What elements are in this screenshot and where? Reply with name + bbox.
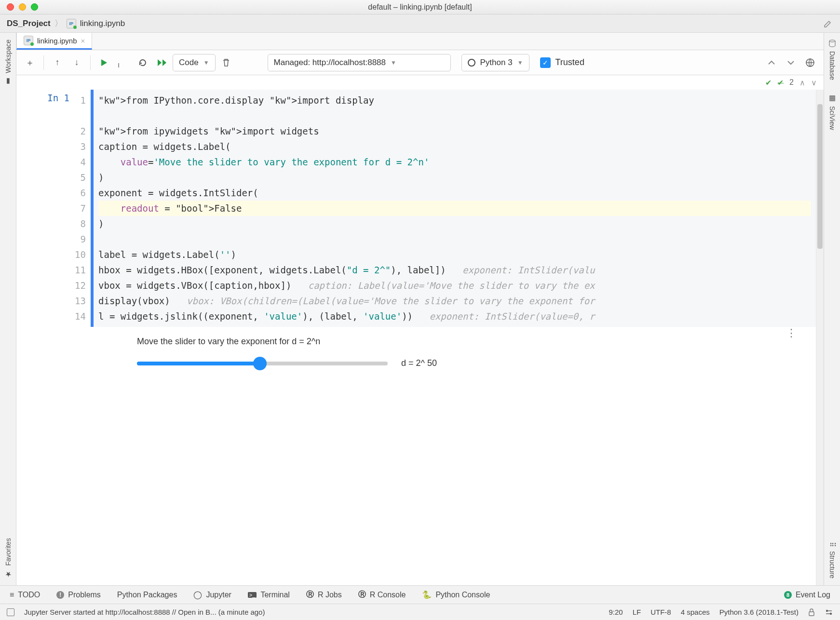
interpreter[interactable]: Python 3.6 (2018.1-Test) — [719, 608, 799, 616]
ide-settings-icon[interactable] — [825, 608, 833, 617]
status-message: Jupyter Server started at http://localho… — [24, 608, 265, 616]
r-jobs-tab[interactable]: ⓇR Jobs — [306, 590, 342, 600]
list-icon: ≡ — [10, 591, 14, 599]
line-gutter: 1 234567891011121314 — [69, 90, 91, 327]
next-highlight-icon[interactable]: ∨ — [811, 78, 817, 87]
expand-up-button[interactable] — [763, 54, 780, 71]
sciview-tool-tab[interactable]: ▦ SciView — [826, 87, 839, 137]
move-down-button[interactable]: ↓ — [68, 54, 85, 71]
info-icon: ! — [56, 591, 64, 599]
python-console-tab[interactable]: 🐍Python Console — [422, 590, 490, 599]
check-icon: ✓ — [540, 57, 551, 68]
browser-icon[interactable] — [801, 54, 819, 71]
svg-rect-2 — [809, 612, 814, 616]
chevron-down-icon: ▼ — [517, 59, 523, 66]
star-icon: ★ — [4, 570, 13, 579]
database-icon — [828, 40, 836, 47]
tab-label: linking.ipynb — [37, 37, 77, 45]
delete-cell-button[interactable] — [217, 54, 235, 71]
file-encoding[interactable]: UTF-8 — [650, 608, 671, 616]
python-icon: 🐍 — [422, 590, 432, 599]
workspace-tool-tab[interactable]: ▮ Workspace — [2, 33, 14, 93]
notebook-toolbar: ＋ ↑ ↓ I Code ▼ Managed: — [16, 50, 824, 75]
svg-point-3 — [826, 609, 828, 611]
restart-button[interactable] — [134, 54, 151, 71]
expand-down-button[interactable] — [782, 54, 799, 71]
slider-thumb[interactable] — [253, 357, 267, 370]
breadcrumb-file[interactable]: linking.ipynb — [80, 19, 125, 28]
inspection-count: 2 — [789, 78, 794, 87]
favorites-label: Favorites — [4, 538, 12, 566]
output-menu-icon[interactable]: ⋮ — [786, 327, 797, 339]
jupyter-icon: ◯ — [193, 590, 202, 599]
status-bar: Jupyter Server started at http://localho… — [0, 604, 840, 620]
edit-config-icon[interactable] — [823, 18, 833, 29]
line-separator[interactable]: LF — [633, 608, 641, 616]
breadcrumb-project[interactable]: DS_Project — [7, 19, 51, 28]
tab-linking-ipynb[interactable]: IP linking.ipynb × — [16, 32, 92, 50]
database-label: Database — [828, 51, 836, 80]
workspace-label: Workspace — [4, 40, 12, 73]
r-console-tab[interactable]: ⓇR Console — [358, 590, 406, 600]
chevron-right-icon: 〉 — [54, 18, 63, 29]
server-select[interactable]: Managed: http://localhost:8888 ▼ — [268, 54, 451, 71]
structure-label: Structure — [828, 551, 836, 579]
terminal-icon: >_ — [248, 592, 257, 598]
chevron-down-icon: ▼ — [203, 59, 209, 66]
output-slider-row: d = 2^ 50 — [137, 358, 787, 368]
lock-icon[interactable] — [808, 608, 815, 616]
cursor-position[interactable]: 9:20 — [609, 608, 623, 616]
prev-highlight-icon[interactable]: ∧ — [799, 78, 805, 87]
add-cell-button[interactable]: ＋ — [21, 54, 39, 71]
cell-output: ⋮ Move the slider to vary the exponent f… — [16, 327, 816, 373]
jupyter-tab[interactable]: ◯Jupyter — [193, 590, 231, 599]
run-cursor-icon: I — [110, 57, 127, 74]
close-tab-icon[interactable]: × — [81, 37, 85, 45]
trusted-toggle[interactable]: ✓ Trusted — [540, 57, 584, 68]
output-caption: Move the slider to vary the exponent for… — [137, 337, 787, 347]
structure-tool-tab[interactable]: ⠿ Structure — [826, 535, 839, 585]
database-tool-tab[interactable]: Database — [826, 33, 838, 87]
favorites-tool-tab[interactable]: ★ Favorites — [2, 531, 14, 585]
server-label: Managed: http://localhost:8888 — [274, 58, 386, 67]
tool-window-icon[interactable] — [7, 608, 14, 616]
breadcrumb: DS_Project 〉 IP linking.ipynb — [0, 14, 840, 33]
structure-icon: ⠿ — [828, 542, 837, 547]
problems-tab[interactable]: !Problems — [56, 591, 101, 599]
folder-icon: ▮ — [4, 77, 13, 86]
trusted-label: Trusted — [555, 57, 584, 67]
notebook-body: In 1 1 234567891011121314 "kw">from IPyt… — [16, 90, 816, 585]
cell-type-select[interactable]: Code ▼ — [173, 54, 216, 71]
editor-area: IP linking.ipynb × ＋ ↑ ↓ I Code ▼ — [16, 33, 824, 585]
inspection-strip: ✔ ✔ 2 ∧ ∨ — [16, 75, 824, 90]
bottom-tool-tabs: ≡TODO !Problems Python Packages ◯Jupyter… — [0, 585, 840, 604]
right-tool-strip: Database ▦ SciView ⠿ Structure — [824, 33, 840, 585]
jupyter-file-icon: IP — [24, 36, 33, 45]
kernel-status-icon — [468, 59, 475, 67]
event-log-tab[interactable]: 8Event Log — [784, 591, 830, 599]
window-title: default – linking.ipynb [default] — [0, 3, 840, 12]
svg-point-1 — [829, 40, 835, 42]
cell-prompt: In 1 — [36, 90, 69, 327]
code-cell[interactable]: In 1 1 234567891011121314 "kw">from IPyt… — [16, 90, 816, 327]
r-icon: Ⓡ — [358, 590, 366, 600]
cell-type-label: Code — [179, 58, 199, 67]
output-label-value: d = 2^ 50 — [401, 358, 437, 368]
scrollbar-thumb[interactable] — [817, 104, 823, 249]
int-slider[interactable] — [137, 362, 388, 365]
editor-tabs: IP linking.ipynb × — [16, 33, 824, 50]
titlebar: default – linking.ipynb [default] — [0, 0, 840, 14]
python-packages-tab[interactable]: Python Packages — [117, 591, 177, 599]
run-all-button[interactable] — [153, 54, 171, 71]
r-icon: Ⓡ — [306, 590, 314, 600]
chevron-down-icon: ▼ — [391, 59, 396, 66]
todo-tab[interactable]: ≡TODO — [10, 591, 40, 599]
kernel-select[interactable]: Python 3 ▼ — [461, 54, 529, 71]
code-editor[interactable]: "kw">from IPython.core.display "kw">impo… — [91, 90, 816, 327]
move-up-button[interactable]: ↑ — [49, 54, 66, 71]
sciview-label: SciView — [828, 106, 836, 130]
indent-setting[interactable]: 4 spaces — [681, 608, 710, 616]
terminal-tab[interactable]: >_Terminal — [248, 591, 290, 599]
inspection-ok-icon[interactable]: ✔ — [765, 78, 772, 87]
vertical-scrollbar[interactable] — [816, 90, 824, 585]
